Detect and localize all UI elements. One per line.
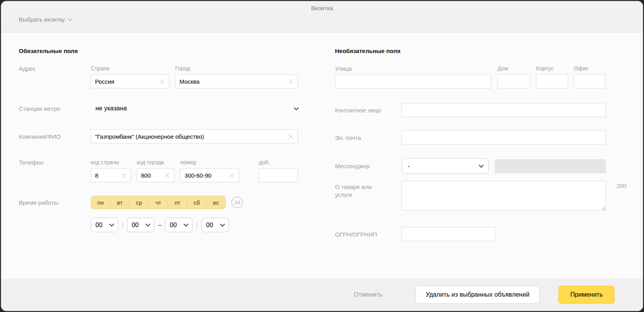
day-wednesday-toggle[interactable]: ср <box>129 196 149 209</box>
house-input-box <box>498 74 531 88</box>
worktime-hours-row: 00 : 00 – 00 : 00 <box>91 218 298 232</box>
country-input[interactable] <box>95 78 159 85</box>
phone-extension-field: доб. <box>259 159 298 182</box>
clear-city-icon[interactable] <box>288 79 294 84</box>
day-thursday-toggle[interactable]: чт <box>148 196 168 209</box>
dialog-title: Визитка <box>1 5 643 11</box>
day-monday-toggle[interactable]: пн <box>91 196 110 209</box>
house-label: Дом <box>498 65 531 72</box>
metro-value: не указана <box>95 105 127 112</box>
email-input[interactable] <box>402 130 606 145</box>
company-label: Компания/ФИО <box>19 133 91 140</box>
clear-company-icon[interactable] <box>288 134 294 139</box>
street-input[interactable] <box>339 79 487 85</box>
contact-person-row: Контактное лицо <box>335 103 606 117</box>
building-input[interactable] <box>540 78 564 85</box>
messenger-id-input-disabled <box>495 159 606 173</box>
weekday-toggle-group: пн вт ср чт пт сб вс <box>91 196 226 209</box>
select-vcard-dropdown[interactable]: Выбрать визитку <box>19 16 71 23</box>
house-field: Дом <box>498 65 531 88</box>
messenger-value: - <box>408 163 410 170</box>
worktime-row: Время работы пн вт ср чт пт сб вс 24 <box>19 196 298 209</box>
from-hour-select[interactable]: 00 <box>91 218 118 232</box>
building-input-box <box>536 74 568 88</box>
city-input-box <box>175 74 298 88</box>
from-minute-select[interactable]: 00 <box>127 218 154 232</box>
dialog-body: Обязательные поля Адрес Страна Город <box>1 33 643 279</box>
messenger-label: Мессенджер <box>335 163 402 169</box>
from-minute-value: 00 <box>132 222 139 229</box>
apply-button[interactable]: Применить <box>558 286 615 304</box>
worktime-label: Время работы <box>19 199 91 206</box>
street-field: Улица <box>335 65 491 89</box>
optional-heading: Необязательные поля <box>335 48 606 54</box>
clear-number-icon[interactable] <box>229 173 235 178</box>
house-input[interactable] <box>502 78 526 85</box>
messenger-select[interactable]: - <box>402 158 489 174</box>
ogrn-row: ОГРН/ОГРНИП <box>335 227 606 241</box>
from-hour-value: 00 <box>95 222 102 229</box>
to-hour-select[interactable]: 00 <box>165 218 192 232</box>
select-vcard-label: Выбрать визитку <box>19 16 65 23</box>
phone-number-input[interactable] <box>185 172 229 179</box>
day-saturday-toggle[interactable]: сб <box>187 196 207 209</box>
phone-number-box <box>180 168 239 182</box>
time-separator: : <box>196 222 198 229</box>
phone-city-code-box <box>137 168 174 182</box>
round-the-clock-badge[interactable]: 24 <box>231 196 243 208</box>
chevron-down-icon <box>68 17 72 21</box>
chevron-down-icon <box>294 105 299 110</box>
clear-city-code-icon[interactable] <box>164 173 170 178</box>
dialog-header: Визитка Выбрать визитку <box>1 1 643 33</box>
chevron-down-icon <box>146 222 151 227</box>
ogrn-input[interactable] <box>402 227 496 241</box>
chevron-down-icon <box>479 163 484 168</box>
phone-extension-input[interactable] <box>263 172 294 179</box>
ogrn-label: ОГРН/ОГРНИП <box>335 231 402 238</box>
phone-country-code-box <box>91 168 131 182</box>
chevron-down-icon <box>220 222 225 227</box>
country-input-box <box>91 74 169 88</box>
required-heading: Обязательные поля <box>19 48 298 54</box>
company-input-box <box>91 129 298 143</box>
time-range-separator: – <box>158 222 161 229</box>
street-label: Улица <box>335 65 491 72</box>
city-label: Город <box>175 65 298 72</box>
phone-country-code-input[interactable] <box>95 172 121 179</box>
city-field: Город <box>175 65 298 88</box>
metro-label: Станция метро <box>19 105 91 112</box>
contact-person-input[interactable] <box>402 103 606 117</box>
phone-country-code-label: код страны <box>91 159 131 165</box>
clear-country-icon[interactable] <box>159 79 165 84</box>
office-field: Офис <box>574 65 605 88</box>
metro-dropdown[interactable]: не указана <box>91 105 298 112</box>
about-label: О товаре или услуге <box>335 181 402 199</box>
to-minute-select[interactable]: 00 <box>201 218 229 232</box>
day-sunday-toggle[interactable]: вс <box>206 196 226 209</box>
phone-city-code-input[interactable] <box>141 172 164 179</box>
building-field: Корпус <box>536 65 568 88</box>
address-row: Адрес Страна Город <box>19 65 298 88</box>
day-tuesday-toggle[interactable]: вт <box>110 196 130 209</box>
phone-city-code-field: код города <box>137 159 174 182</box>
office-label: Офис <box>574 65 605 72</box>
contact-person-label: Контактное лицо <box>335 107 402 114</box>
office-input[interactable] <box>578 78 601 85</box>
street-input-box <box>335 75 491 89</box>
cancel-button[interactable]: Отменить <box>354 291 382 298</box>
city-input[interactable] <box>179 78 288 85</box>
to-minute-value: 00 <box>206 222 213 229</box>
about-textarea[interactable] <box>402 181 606 211</box>
chevron-down-icon <box>109 222 114 227</box>
day-friday-toggle[interactable]: пт <box>168 196 187 209</box>
optional-fields-section: Необязательные поля Улица Дом Корпус <box>335 48 606 279</box>
country-label: Страна <box>91 65 169 72</box>
to-hour-value: 00 <box>170 222 177 229</box>
clear-country-code-icon[interactable] <box>121 173 126 178</box>
street-row: Улица Дом Корпус <box>335 65 606 89</box>
remove-from-selected-button[interactable]: Удалить из выбранных объявлений <box>415 286 540 304</box>
company-input[interactable] <box>95 133 288 140</box>
time-separator: : <box>122 222 123 229</box>
building-label: Корпус <box>536 65 568 72</box>
vcard-dialog: Визитка Выбрать визитку Обязательные пол… <box>1 1 643 311</box>
